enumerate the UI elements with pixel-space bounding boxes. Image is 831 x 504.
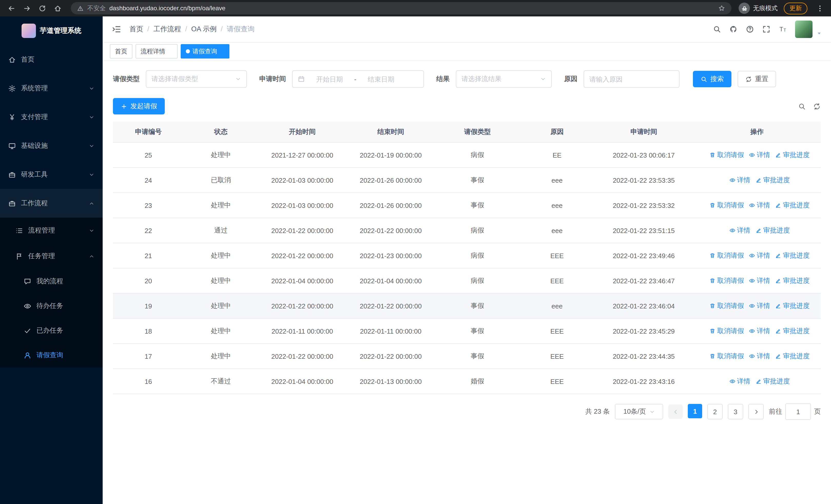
browser-menu-button[interactable]: [813, 2, 826, 14]
table-row[interactable]: 24已取消2022-01-03 00:00:002022-01-26 00:00…: [113, 168, 821, 193]
detail-link[interactable]: 详情: [729, 176, 750, 185]
toggle-search-icon[interactable]: [798, 102, 806, 110]
sidebar-item-9[interactable]: 待办任务: [0, 294, 103, 318]
page-button-2[interactable]: 2: [707, 404, 723, 419]
detail-link[interactable]: 详情: [729, 226, 750, 235]
progress-link[interactable]: 审批进度: [775, 352, 810, 361]
sidebar-item-3[interactable]: 基础设施: [0, 131, 103, 160]
detail-link[interactable]: 详情: [749, 150, 770, 159]
cancel-leave-link[interactable]: 取消请假: [710, 326, 744, 336]
sidebar-item-11[interactable]: 请假查询: [0, 343, 103, 367]
sidebar-item-8[interactable]: 我的流程: [0, 269, 103, 294]
cell-actions: 取消请假详情审批进度: [693, 142, 821, 168]
progress-link[interactable]: 审批进度: [755, 176, 790, 185]
sidebar-item-10[interactable]: 已办任务: [0, 318, 103, 343]
list-icon: [16, 227, 23, 234]
detail-link[interactable]: 详情: [749, 352, 770, 361]
sidebar-item-0[interactable]: 首页: [0, 45, 103, 74]
progress-link[interactable]: 审批进度: [775, 276, 810, 285]
table-row[interactable]: 25处理中2021-12-27 00:00:002022-01-19 00:00…: [113, 142, 821, 168]
progress-link[interactable]: 审批进度: [775, 326, 810, 336]
font-size-icon[interactable]: TT: [779, 25, 787, 33]
detail-link[interactable]: 详情: [749, 201, 770, 210]
sidebar-collapse-button[interactable]: [112, 25, 121, 34]
cell-leave-type: 事假: [435, 319, 520, 344]
detail-link[interactable]: 详情: [749, 301, 770, 310]
browser-update-button[interactable]: 更新: [784, 2, 807, 14]
help-icon[interactable]: [746, 25, 754, 33]
avatar-caret-icon[interactable]: [816, 31, 822, 38]
fullscreen-icon[interactable]: [762, 25, 770, 33]
tab-home[interactable]: 首页: [110, 44, 133, 59]
cancel-leave-link[interactable]: 取消请假: [710, 352, 744, 361]
page-button-1[interactable]: 1: [688, 404, 702, 418]
reason-input[interactable]: [583, 70, 680, 88]
cancel-leave-link[interactable]: 取消请假: [710, 301, 744, 310]
progress-link[interactable]: 审批进度: [775, 301, 810, 310]
table-row[interactable]: 22通过2022-01-22 00:00:002022-01-22 00:00:…: [113, 218, 821, 243]
detail-link[interactable]: 详情: [729, 377, 750, 386]
sidebar-item-2[interactable]: 支付管理: [0, 102, 103, 131]
cancel-leave-link[interactable]: 取消请假: [710, 201, 744, 210]
browser-forward-button[interactable]: [21, 2, 33, 14]
apply-time-range-picker[interactable]: -: [292, 70, 424, 88]
avatar[interactable]: [795, 21, 812, 38]
cancel-leave-link[interactable]: 取消请假: [710, 150, 744, 159]
table-row[interactable]: 19处理中2022-01-22 00:00:002022-01-22 00:00…: [113, 293, 821, 319]
breadcrumb-workflow[interactable]: 工作流程: [153, 25, 188, 34]
tab-process-detail[interactable]: 流程详情: [136, 44, 178, 59]
browser-reload-button[interactable]: [36, 2, 48, 14]
table-row[interactable]: 16不通过2022-01-04 00:00:002022-01-13 00:00…: [113, 369, 821, 394]
sidebar-item-6[interactable]: 流程管理: [0, 217, 103, 243]
progress-link[interactable]: 审批进度: [755, 377, 790, 386]
progress-link[interactable]: 审批进度: [775, 201, 810, 210]
address-bar[interactable]: 不安全 dashboard.yudao.iocoder.cn/bpm/oa/le…: [71, 2, 732, 14]
table-row[interactable]: 23处理中2022-01-03 00:00:002022-01-26 00:00…: [113, 193, 821, 218]
close-icon[interactable]: [220, 49, 224, 54]
end-date-input[interactable]: [360, 75, 403, 83]
table-row[interactable]: 21处理中2022-01-22 00:00:002022-01-23 00:00…: [113, 243, 821, 268]
browser-home-button[interactable]: [51, 2, 64, 14]
progress-link[interactable]: 审批进度: [755, 226, 790, 235]
progress-link[interactable]: 审批进度: [775, 150, 810, 159]
progress-link[interactable]: 审批进度: [775, 251, 810, 260]
reset-button[interactable]: 重置: [738, 71, 776, 87]
table-row[interactable]: 17处理中2022-01-22 00:00:002022-01-22 00:00…: [113, 344, 821, 369]
sidebar-item-1[interactable]: 系统管理: [0, 74, 103, 102]
edit-icon: [775, 353, 781, 359]
detail-link[interactable]: 详情: [749, 251, 770, 260]
prev-page-button[interactable]: [668, 405, 683, 419]
table-row[interactable]: 20处理中2022-01-04 00:00:002022-01-04 00:00…: [113, 268, 821, 293]
sidebar-item-4[interactable]: 研发工具: [0, 160, 103, 189]
refresh-table-icon[interactable]: [813, 102, 821, 110]
table-toolbar: 发起请假: [113, 98, 821, 114]
tab-leave-query[interactable]: 请假查询: [181, 44, 229, 59]
breadcrumb-oa-example[interactable]: OA 示例: [191, 25, 223, 34]
search-button[interactable]: 搜索: [693, 71, 732, 87]
cancel-leave-link[interactable]: 取消请假: [710, 251, 744, 260]
page-size-select[interactable]: 10条/页: [615, 404, 663, 419]
result-select[interactable]: 请选择流结果: [456, 70, 552, 88]
leave-type-select[interactable]: 请选择请假类型: [146, 70, 247, 88]
page-button-3[interactable]: 3: [728, 404, 743, 419]
breadcrumb-home[interactable]: 首页: [130, 25, 149, 34]
github-icon[interactable]: [729, 25, 738, 33]
start-date-input[interactable]: [308, 75, 351, 83]
search-icon[interactable]: [713, 25, 721, 33]
bookmark-star-icon[interactable]: [718, 5, 725, 12]
browser-back-button[interactable]: [5, 2, 18, 14]
detail-link[interactable]: 详情: [749, 276, 770, 285]
sidebar-item-5[interactable]: 工作流程: [0, 189, 103, 217]
detail-link[interactable]: 详情: [749, 326, 770, 336]
next-page-button[interactable]: [748, 404, 764, 419]
goto-page-input[interactable]: [785, 404, 811, 420]
sidebar-item-7[interactable]: 任务管理: [0, 243, 103, 269]
cancel-leave-link[interactable]: 取消请假: [710, 276, 744, 285]
close-icon[interactable]: [168, 49, 172, 54]
app-logo[interactable]: 芋道管理系统: [0, 17, 103, 45]
create-leave-button[interactable]: 发起请假: [113, 98, 165, 114]
table-row[interactable]: 18处理中2022-01-11 00:00:002022-01-11 00:00…: [113, 319, 821, 344]
cell-end-time: 2022-01-11 00:00:00: [346, 319, 435, 344]
sidebar-item-label: 已办任务: [36, 326, 94, 335]
cell-leave-type: 婚假: [435, 369, 520, 394]
